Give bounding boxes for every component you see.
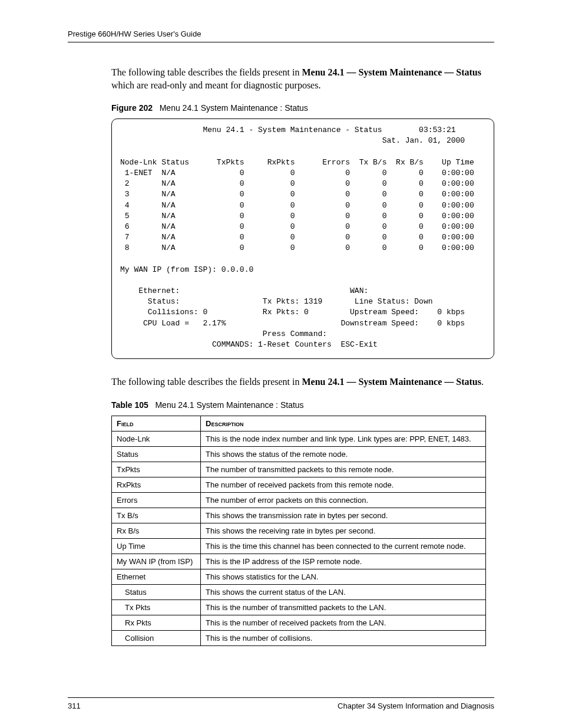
field-cell: Collision bbox=[112, 630, 201, 645]
table-row: Rx B/sThis shows the receiving rate in b… bbox=[112, 523, 486, 538]
field-cell: My WAN IP (from ISP) bbox=[112, 554, 201, 569]
field-cell: Errors bbox=[112, 492, 201, 508]
terminal-screen: Menu 24.1 - System Maintenance - Status … bbox=[111, 118, 494, 359]
table-row: Tx PktsThis is the number of transmitted… bbox=[112, 599, 486, 615]
description-cell: This is the number of transmitted packet… bbox=[201, 599, 486, 615]
figure-label: Figure 202 bbox=[111, 103, 153, 113]
description-cell: This shows the current status of the LAN… bbox=[201, 584, 486, 599]
terminal-line: Sat. Jan. 01, 2000 bbox=[120, 136, 465, 145]
table-label: Table 105 bbox=[111, 400, 148, 410]
terminal-line: Ethernet: WAN: bbox=[120, 286, 368, 295]
table-row: TxPktsThe number of transmitted packets … bbox=[112, 462, 486, 477]
field-cell: Status bbox=[112, 584, 201, 599]
description-cell: This is the number of received packets f… bbox=[201, 615, 486, 630]
figure-caption-text: Menu 24.1 System Maintenance : Status bbox=[160, 103, 308, 113]
terminal-line: CPU Load = 2.17% Downstream Speed: 0 kbp… bbox=[120, 319, 465, 328]
terminal-line: 7 N/A 0 0 0 0 0 0:00:00 bbox=[120, 233, 474, 242]
terminal-line: 8 N/A 0 0 0 0 0 0:00:00 bbox=[120, 243, 474, 252]
terminal-line: My WAN IP (from ISP): 0.0.0.0 bbox=[120, 265, 253, 274]
page-footer: 311 Chapter 34 System Information and Di… bbox=[68, 697, 494, 710]
field-cell: Tx Pkts bbox=[112, 599, 201, 615]
terminal-line: 5 N/A 0 0 0 0 0 0:00:00 bbox=[120, 212, 474, 220]
description-cell: The number of error packets on this conn… bbox=[201, 492, 486, 508]
field-cell: Rx B/s bbox=[112, 523, 201, 538]
field-cell: Up Time bbox=[112, 538, 201, 554]
terminal-line: 2 N/A 0 0 0 0 0 0:00:00 bbox=[120, 179, 474, 188]
table-row: StatusThis shows the status of the remot… bbox=[112, 446, 486, 462]
terminal-line: Press Command: bbox=[120, 330, 327, 338]
description-cell: This is the IP address of the ISP remote… bbox=[201, 554, 486, 569]
field-cell: Ethernet bbox=[112, 569, 201, 584]
table-row: Rx PktsThis is the number of received pa… bbox=[112, 615, 486, 630]
description-cell: This shows the status of the remote node… bbox=[201, 446, 486, 462]
terminal-line: 4 N/A 0 0 0 0 0 0:00:00 bbox=[120, 201, 474, 210]
description-cell: This is the node index number and link t… bbox=[201, 431, 486, 446]
header-description: Description bbox=[201, 416, 486, 431]
intro1-text-a: The following table describes the fields… bbox=[111, 67, 302, 77]
description-cell: The number of transmitted packets to thi… bbox=[201, 462, 486, 477]
table-row: ErrorsThe number of error packets on thi… bbox=[112, 492, 486, 508]
field-cell: Rx Pkts bbox=[112, 615, 201, 630]
table-header-row: Field Description bbox=[112, 416, 486, 431]
intro1-bold: Menu 24.1 — System Maintenance — Status bbox=[302, 67, 481, 77]
intro-paragraph-1: The following table describes the fields… bbox=[111, 66, 494, 91]
terminal-line: Menu 24.1 - System Maintenance - Status … bbox=[120, 126, 456, 134]
table-row: My WAN IP (from ISP)This is the IP addre… bbox=[112, 554, 486, 569]
terminal-line: 6 N/A 0 0 0 0 0 0:00:00 bbox=[120, 222, 474, 231]
description-cell: This shows the transmission rate in byte… bbox=[201, 508, 486, 523]
field-cell: Status bbox=[112, 446, 201, 462]
table-row: EthernetThis shows statistics for the LA… bbox=[112, 569, 486, 584]
description-cell: The number of received packets from this… bbox=[201, 477, 486, 492]
terminal-line: 3 N/A 0 0 0 0 0 0:00:00 bbox=[120, 190, 474, 199]
chapter-title: Chapter 34 System Information and Diagno… bbox=[338, 701, 494, 710]
terminal-line: COMMANDS: 1-Reset Counters ESC-Exit bbox=[120, 340, 378, 349]
table-caption: Table 105 Menu 24.1 System Maintenance :… bbox=[111, 400, 494, 410]
field-cell: RxPkts bbox=[112, 477, 201, 492]
table-row: StatusThis shows the current status of t… bbox=[112, 584, 486, 599]
table-row: Up TimeThis is the time this channel has… bbox=[112, 538, 486, 554]
intro1-text-c: which are read-only and meant for diagno… bbox=[111, 80, 320, 90]
description-table: Field Description Node-LnkThis is the no… bbox=[111, 416, 486, 646]
description-cell: This is the time this channel has been c… bbox=[201, 538, 486, 554]
terminal-line: Node-Lnk Status TxPkts RxPkts Errors Tx … bbox=[120, 158, 474, 167]
terminal-line: Status: Tx Pkts: 1319 Line Status: Down bbox=[120, 297, 433, 306]
header-field: Field bbox=[112, 416, 201, 431]
intro-paragraph-2: The following table describes the fields… bbox=[111, 375, 494, 388]
intro2-bold: Menu 24.1 — System Maintenance — Status bbox=[302, 377, 481, 387]
page: Prestige 660H/HW Series User's Guide The… bbox=[0, 0, 562, 728]
table-row: CollisionThis is the number of collision… bbox=[112, 630, 486, 645]
terminal-line: 1-ENET N/A 0 0 0 0 0 0:00:00 bbox=[120, 169, 474, 177]
intro2-text-a: The following table describes the fields… bbox=[111, 377, 302, 387]
page-number: 311 bbox=[68, 701, 81, 710]
terminal-line: Collisions: 0 Rx Pkts: 0 Upstream Speed:… bbox=[120, 308, 465, 317]
running-header: Prestige 660H/HW Series User's Guide bbox=[68, 29, 494, 42]
field-cell: Tx B/s bbox=[112, 508, 201, 523]
field-cell: Node-Lnk bbox=[112, 431, 201, 446]
field-cell: TxPkts bbox=[112, 462, 201, 477]
description-cell: This shows statistics for the LAN. bbox=[201, 569, 486, 584]
intro2-text-c: . bbox=[481, 377, 484, 387]
table-row: Node-LnkThis is the node index number an… bbox=[112, 431, 486, 446]
table-row: Tx B/sThis shows the transmission rate i… bbox=[112, 508, 486, 523]
table-row: RxPktsThe number of received packets fro… bbox=[112, 477, 486, 492]
table-caption-text: Menu 24.1 System Maintenance : Status bbox=[155, 400, 303, 410]
description-cell: This shows the receiving rate in bytes p… bbox=[201, 523, 486, 538]
description-cell: This is the number of collisions. bbox=[201, 630, 486, 645]
figure-caption: Figure 202 Menu 24.1 System Maintenance … bbox=[111, 103, 494, 113]
